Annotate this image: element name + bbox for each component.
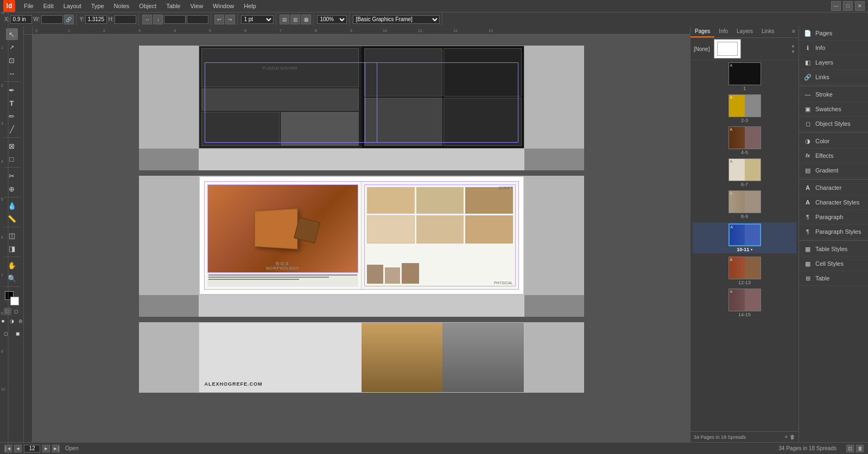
frame-type-select[interactable]: [Basic Graphics Frame]	[353, 15, 440, 24]
vsidebar-effects[interactable]: fx Effects	[799, 149, 868, 163]
constrain-btn[interactable]: 🔗	[64, 15, 74, 24]
vsidebar-layers[interactable]: ◧ Layers	[799, 55, 868, 70]
align-left-btn[interactable]: ▤	[280, 15, 289, 24]
scroll-up-btn[interactable]: ▲	[791, 43, 795, 48]
angle-input[interactable]	[164, 15, 186, 24]
table-icon: ⊞	[803, 274, 812, 283]
vsidebar-table[interactable]: ⊞ Table	[799, 271, 868, 286]
flip-v-btn[interactable]: ↕	[153, 15, 163, 24]
stroke-btn[interactable]: ◻	[12, 308, 20, 315]
apply-gradient-btn[interactable]: ◑	[8, 317, 16, 325]
vsidebar-info[interactable]: ℹ Info	[799, 41, 868, 55]
page-thumb-14[interactable]: A	[728, 289, 761, 311]
flip-h-btn[interactable]: ↔	[142, 15, 152, 24]
undo-btn[interactable]: ↩	[214, 15, 224, 24]
vsidebar-swatches[interactable]: ▣ Swatches	[799, 102, 868, 117]
tab-info[interactable]: Info	[714, 26, 732, 37]
menubar: Id File Edit Layout Type Notes Object Ta…	[0, 0, 868, 12]
page-thumb-10[interactable]: A	[728, 223, 761, 246]
tab-pages[interactable]: Pages	[690, 26, 714, 37]
canvas-inner[interactable]: PUZZLE SOLVER	[33, 35, 690, 442]
vsidebar-pages[interactable]: 📄 Pages	[799, 26, 868, 41]
spread-label-14-15: 14-15	[738, 312, 751, 317]
w-input[interactable]	[41, 15, 63, 24]
spreads-list[interactable]: A 1 A 2-3 A	[690, 60, 799, 431]
current-page-input[interactable]	[24, 445, 40, 452]
vsidebar-cell-styles[interactable]: ▦ Cell Styles	[799, 257, 868, 271]
spread-item-8-9[interactable]: A 8-9	[693, 190, 796, 219]
tab-links[interactable]: Links	[757, 26, 778, 37]
close-btn[interactable]: ✕	[855, 1, 865, 11]
redo-btn[interactable]: ↪	[225, 15, 235, 24]
menu-object[interactable]: Object	[135, 2, 161, 10]
panel-menu-btn[interactable]: ≡	[789, 26, 799, 37]
minimize-btn[interactable]: —	[831, 1, 841, 11]
x-input[interactable]	[10, 15, 32, 24]
zoom-select[interactable]: 100% 50%	[317, 15, 347, 24]
menu-window[interactable]: Window	[208, 2, 238, 10]
vsidebar-paragraph-styles[interactable]: ¶ Paragraph Styles	[799, 225, 868, 239]
spread-btn[interactable]: ⊡	[846, 445, 854, 452]
bg-color[interactable]	[10, 297, 19, 305]
menu-type[interactable]: Type	[87, 2, 109, 10]
spread-item-2-3[interactable]: A 2-3	[693, 94, 796, 123]
page-thumb-4[interactable]: A	[728, 126, 761, 149]
menu-notes[interactable]: Notes	[110, 2, 134, 10]
menu-layout[interactable]: Layout	[59, 2, 86, 10]
page-thumb-12[interactable]: A	[728, 257, 761, 279]
menu-view[interactable]: View	[186, 2, 207, 10]
page-thumb-6[interactable]: A	[728, 158, 761, 181]
preview-btn[interactable]: ◼	[12, 328, 23, 339]
svg-text:5: 5	[209, 29, 211, 33]
align-right-btn[interactable]: ▦	[301, 15, 311, 24]
gray-strip-2	[139, 295, 584, 317]
vsidebar-paragraph[interactable]: ¶ Paragraph	[799, 210, 868, 225]
page-thumb-1[interactable]: A	[728, 62, 761, 85]
next-page-btn[interactable]: ►	[42, 445, 50, 452]
ruler-corner	[24, 26, 33, 35]
last-page-btn[interactable]: ►|	[52, 445, 60, 452]
vsidebar-character-styles[interactable]: A Character Styles	[799, 195, 868, 210]
menu-file[interactable]: File	[20, 2, 38, 10]
menu-help[interactable]: Help	[239, 2, 261, 10]
shear-input[interactable]	[187, 15, 208, 24]
spread-item-10-11[interactable]: A 10-11 ▪	[693, 222, 796, 253]
tab-layers[interactable]: Layers	[732, 26, 757, 37]
none-page-thumb[interactable]	[714, 39, 741, 59]
stroke-weight-select[interactable]: 1 pt	[241, 15, 274, 24]
tool-options-group: X: W: 🔗	[2, 14, 77, 25]
vsidebar-stroke[interactable]: — Stroke	[799, 87, 868, 102]
spread-margin-right-1	[524, 46, 584, 149]
h-input[interactable]	[115, 15, 136, 24]
page-thumb-2[interactable]: A	[728, 94, 761, 117]
spread-item-6-7[interactable]: A 6-7	[693, 158, 796, 187]
align-center-btn[interactable]: ▥	[290, 15, 300, 24]
svg-text:7: 7	[280, 29, 282, 33]
delete-spread-btn[interactable]: 🗑	[856, 445, 864, 452]
delete-page-btn[interactable]: 🗑	[790, 434, 795, 440]
page-spread-1[interactable]: PUZZLE SOLVER	[199, 46, 524, 149]
restore-btn[interactable]: □	[843, 1, 853, 11]
page-spread-3[interactable]: ALEXHOGREFE.COM	[199, 322, 524, 393]
new-page-btn[interactable]: +	[784, 434, 788, 440]
prev-page-btn[interactable]: ◄	[14, 445, 22, 452]
vsidebar-links[interactable]: 🔗 Links	[799, 70, 868, 85]
svg-text:0: 0	[35, 29, 37, 33]
apply-none-btn[interactable]: ⊘	[17, 317, 24, 325]
menu-edit[interactable]: Edit	[39, 2, 58, 10]
vsidebar-table-styles[interactable]: ▦ Table Styles	[799, 242, 868, 257]
vsidebar-gradient[interactable]: ▤ Gradient	[799, 163, 868, 178]
spread-item-14-15[interactable]: A 14-15	[693, 289, 796, 317]
vsidebar-object-styles[interactable]: ◻ Object Styles	[799, 117, 868, 131]
scroll-down-btn[interactable]: ▼	[791, 49, 795, 54]
vsidebar-character[interactable]: A Character	[799, 181, 868, 195]
y-input[interactable]	[85, 15, 107, 24]
spread-item-12-13[interactable]: A 12-13	[693, 257, 796, 285]
spread-item-1[interactable]: A 1	[693, 62, 796, 91]
h-label: H:	[108, 16, 113, 22]
menu-table[interactable]: Table	[162, 2, 185, 10]
vsidebar-color[interactable]: ◑ Color	[799, 134, 868, 149]
page-spread-2[interactable]: BOX MORPHOLOGY	[199, 176, 524, 295]
spread-item-4-5[interactable]: A 4-5	[693, 126, 796, 155]
page-thumb-8[interactable]: A	[728, 190, 761, 213]
